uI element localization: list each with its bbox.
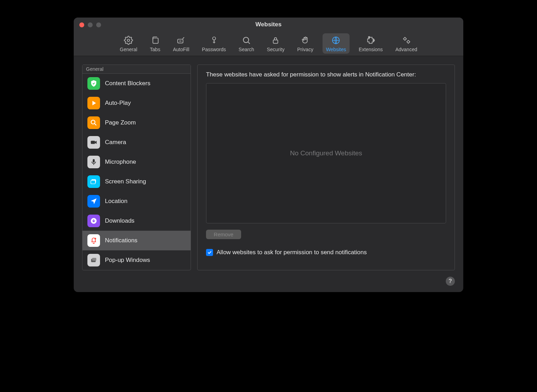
tab-label: Advanced [395,47,417,52]
sidebar-item-label: Content Blockers [105,80,150,87]
remove-button[interactable]: Remove [206,230,241,239]
tabs-icon [150,35,160,45]
svg-point-4 [243,37,248,42]
sidebar-item-content-blockers[interactable]: Content Blockers [82,74,191,93]
svg-rect-12 [91,141,95,144]
search-icon [241,35,251,45]
tab-label: Passwords [202,47,226,52]
tab-search[interactable]: Search [235,33,258,54]
lock-icon [271,35,280,45]
tab-general[interactable]: General [116,33,141,54]
tab-label: Search [239,47,254,52]
tab-label: Tabs [150,47,160,52]
key-icon [209,35,219,45]
popup-icon [87,254,100,266]
sidebar-item-auto-play[interactable]: Auto-Play [82,93,191,113]
svg-point-11 [91,120,95,124]
tab-extensions[interactable]: Extensions [355,33,386,54]
footer: ? [74,277,463,292]
shield-check-icon [87,77,100,90]
empty-state-text: No Configured Websites [290,149,362,157]
play-icon [87,97,100,109]
website-list[interactable]: No Configured Websites [206,83,446,223]
allow-notifications-checkbox[interactable] [206,249,213,256]
sidebar: General Content Blockers Auto-Play Page … [82,65,191,270]
sidebar-item-label: Page Zoom [105,119,136,126]
bell-icon [87,234,100,247]
autofill-icon [176,35,186,45]
sidebar-item-popups[interactable]: Pop-up Windows [82,250,191,270]
content-area: General Content Blockers Auto-Play Page … [74,56,463,277]
preferences-window: Websites General Tabs AutoFill [74,18,463,292]
tab-security[interactable]: Security [263,33,288,54]
sidebar-item-microphone[interactable]: Microphone [82,152,191,172]
sidebar-item-label: Pop-up Windows [105,257,150,264]
tab-websites[interactable]: Websites [323,33,350,54]
tab-label: Websites [326,47,346,52]
sidebar-header: General [82,65,191,74]
sidebar-item-camera[interactable]: Camera [82,133,191,152]
sidebar-item-notifications[interactable]: Notifications [82,231,191,250]
sidebar-item-location[interactable]: Location [82,191,191,211]
hand-icon [300,35,310,45]
tab-privacy[interactable]: Privacy [294,33,317,54]
tab-label: Privacy [297,47,313,52]
gear-icon [124,35,133,45]
checkbox-label: Allow websites to ask for permission to … [217,249,367,256]
help-button[interactable]: ? [446,277,455,286]
svg-point-3 [212,37,216,40]
svg-rect-13 [93,159,95,163]
allow-notifications-row: Allow websites to ask for permission to … [206,249,446,256]
svg-point-10 [407,41,410,43]
sidebar-item-label: Notifications [105,237,138,244]
gears-icon [402,35,411,45]
sidebar-item-label: Downloads [105,217,134,224]
panel-description: These websites have asked for permission… [206,71,446,78]
tab-passwords[interactable]: Passwords [198,33,229,54]
sidebar-item-page-zoom[interactable]: Page Zoom [82,113,191,133]
sidebar-item-label: Screen Sharing [105,178,146,185]
svg-rect-1 [153,38,158,43]
main-panel: These websites have asked for permission… [197,65,455,270]
sidebar-item-downloads[interactable]: Downloads [82,211,191,231]
window-title: Websites [74,21,463,28]
titlebar: Websites General Tabs AutoFill [74,18,463,56]
download-icon [87,215,100,227]
svg-rect-15 [91,180,95,184]
sidebar-item-screen-sharing[interactable]: Screen Sharing [82,172,191,191]
location-icon [87,195,100,208]
sidebar-item-label: Microphone [105,158,136,165]
svg-point-9 [404,38,406,40]
puzzle-icon [366,35,376,45]
camera-icon [87,136,100,149]
sidebar-item-label: Location [105,198,127,205]
svg-point-0 [127,39,130,42]
tab-autofill[interactable]: AutoFill [170,33,193,54]
microphone-icon [87,156,100,168]
globe-icon [331,35,341,45]
tab-label: AutoFill [173,47,190,52]
tab-tabs[interactable]: Tabs [146,33,164,54]
tab-label: General [120,47,137,52]
svg-rect-19 [92,258,96,261]
sidebar-item-label: Camera [105,139,126,146]
svg-rect-5 [273,40,278,43]
zoom-icon [87,116,100,129]
toolbar-tabs: General Tabs AutoFill Passwords [74,33,463,54]
svg-point-17 [94,238,96,239]
tab-label: Extensions [359,47,383,52]
sidebar-item-label: Auto-Play [105,100,131,107]
screen-sharing-icon [87,175,100,188]
tab-advanced[interactable]: Advanced [392,33,420,54]
tab-label: Security [267,47,285,52]
